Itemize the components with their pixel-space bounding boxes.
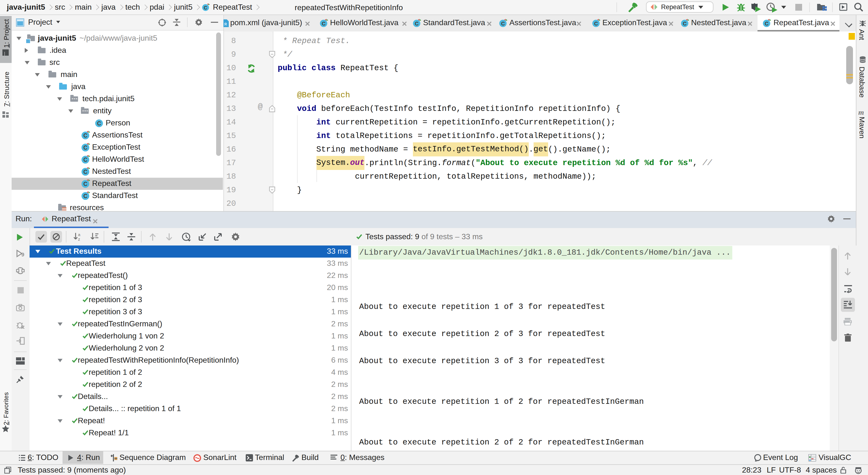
svg-text:a: a: [78, 232, 81, 237]
svg-text:9: 9: [21, 251, 24, 258]
svg-text:z: z: [78, 237, 80, 241]
svg-text:C: C: [204, 5, 207, 10]
svg-text:C: C: [97, 120, 101, 127]
